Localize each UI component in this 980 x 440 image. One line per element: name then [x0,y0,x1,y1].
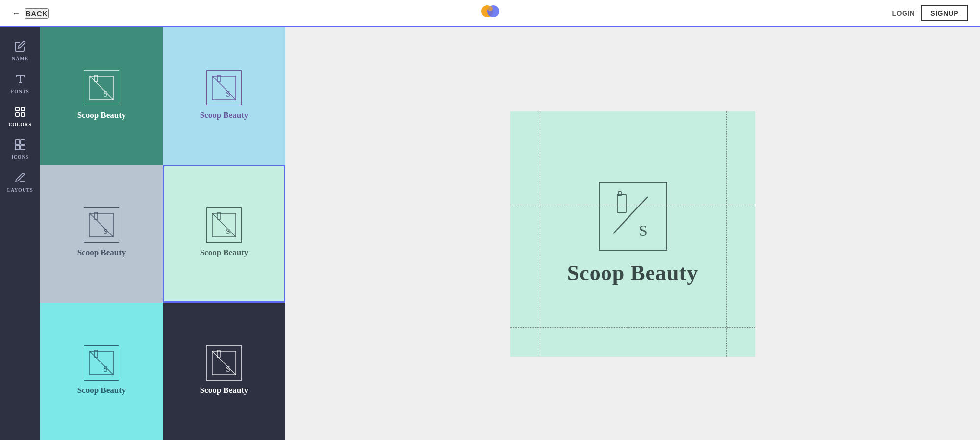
icons-icon [14,139,26,153]
svg-text:S: S [103,227,108,235]
thumb-title-5: Scoop Beauty [77,386,126,395]
thumb-logo-1: S [84,70,119,105]
back-arrow-icon: ← [12,8,21,19]
app-logo-icon [480,5,500,23]
svg-rect-11 [15,145,20,150]
thumb-card-6[interactable]: S Scoop Beauty [163,303,285,440]
svg-rect-7 [16,113,19,116]
thumb-title-2: Scoop Beauty [200,110,249,120]
signup-button[interactable]: SIGNUP [921,5,968,21]
svg-text:S: S [103,90,108,98]
svg-rect-6 [21,107,25,111]
fonts-icon [14,73,26,87]
thumb-card-3[interactable]: S Scoop Beauty [40,165,163,302]
sidebar-colors-label: COLORS [8,122,31,127]
thumb-card-1[interactable]: S Scoop Beauty [40,27,163,165]
sidebar: NAME FONTS COLORS [0,27,40,440]
svg-rect-38 [618,192,621,196]
back-button[interactable]: BACK [25,8,49,19]
thumb-logo-5: S [84,345,119,381]
topnav-right: LOGIN SIGNUP [892,5,968,21]
svg-rect-5 [16,107,19,111]
name-icon [14,40,26,54]
sidebar-icons-label: ICONS [11,155,29,160]
thumb-card-5[interactable]: S Scoop Beauty [40,303,163,440]
crosshair-right [726,111,727,357]
svg-rect-9 [15,140,20,144]
sidebar-fonts-label: FONTS [11,89,29,94]
topnav-left: ← BACK [12,8,49,19]
topnav-center [480,3,500,23]
svg-text:S: S [226,227,230,235]
preview-area: S Scoop Beauty [285,27,980,440]
colors-icon [14,106,26,120]
preview-brand-name: Scoop Beauty [567,260,698,285]
thumb-title-4: Scoop Beauty [200,248,249,258]
login-button[interactable]: LOGIN [892,9,915,17]
svg-rect-10 [21,140,25,144]
sidebar-item-colors[interactable]: COLORS [0,101,40,132]
thumb-card-4[interactable]: S Scoop Beauty [163,165,285,302]
svg-line-22 [90,213,113,237]
svg-rect-12 [21,145,25,150]
preview-logo-box: S [599,182,667,251]
sidebar-item-fonts[interactable]: FONTS [0,68,40,99]
svg-rect-37 [617,194,626,213]
sidebar-item-layouts[interactable]: LAYOUTS [0,167,40,198]
thumb-logo-2: S [206,70,242,105]
thumb-logo-3: S [84,207,119,243]
thumb-logo-6: S [206,345,242,381]
svg-line-18 [212,76,236,100]
sidebar-item-name[interactable]: NAME [0,35,40,66]
thumb-logo-4: S [206,207,242,243]
svg-text:S: S [103,365,108,373]
sidebar-layouts-label: LAYOUTS [7,187,33,193]
preview-logo-svg: S [603,187,662,246]
crosshair-left [540,111,540,357]
thumb-card-2[interactable]: S Scoop Beauty [163,27,285,165]
layouts-icon [14,172,26,185]
svg-text:S: S [226,365,230,373]
svg-line-14 [90,76,113,100]
svg-line-26 [212,213,236,237]
svg-text:S: S [639,222,648,239]
thumb-title-6: Scoop Beauty [200,386,249,395]
thumb-title-3: Scoop Beauty [77,248,126,258]
sidebar-name-label: NAME [12,56,28,61]
svg-text:S: S [226,90,230,98]
preview-canvas: S Scoop Beauty [510,111,755,357]
crosshair-bottom [510,327,755,328]
topnav: ← BACK LOGIN SIGNUP [0,0,980,27]
svg-line-34 [212,351,236,375]
svg-line-30 [90,351,113,375]
thumb-title-1: Scoop Beauty [77,110,126,120]
svg-point-2 [488,6,493,11]
thumbnails-panel: S Scoop Beauty S Scoop Beauty [40,27,285,440]
sidebar-item-icons[interactable]: ICONS [0,134,40,165]
svg-rect-8 [21,113,25,116]
main-layout: NAME FONTS COLORS [0,27,980,440]
